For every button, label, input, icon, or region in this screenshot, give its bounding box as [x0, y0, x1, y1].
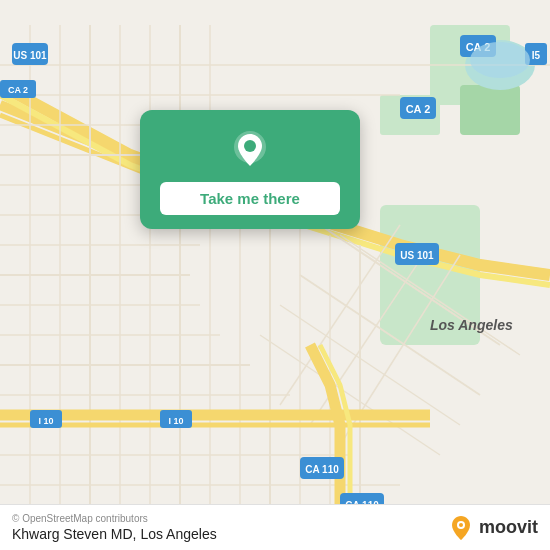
- moovit-text: moovit: [479, 517, 538, 538]
- moovit-logo-icon: [447, 514, 475, 542]
- svg-text:I5: I5: [532, 50, 541, 61]
- svg-text:Los Angeles: Los Angeles: [430, 317, 513, 333]
- svg-rect-2: [460, 85, 520, 135]
- location-pin-icon: [228, 128, 272, 172]
- svg-point-66: [470, 42, 530, 78]
- bottom-bar: © OpenStreetMap contributors Khwarg Stev…: [0, 504, 550, 550]
- popup-card: Take me there: [140, 110, 360, 229]
- map-container: CA 2 US 101 CA 2 US 101 I 10 I 10 CA 110…: [0, 0, 550, 550]
- svg-text:I 10: I 10: [168, 416, 183, 426]
- location-title: Khwarg Steven MD, Los Angeles: [12, 526, 217, 542]
- svg-text:CA 110: CA 110: [305, 464, 339, 475]
- take-me-there-button[interactable]: Take me there: [160, 182, 340, 215]
- bottom-left-info: © OpenStreetMap contributors Khwarg Stev…: [12, 513, 217, 542]
- svg-point-70: [459, 523, 463, 527]
- svg-text:CA 2: CA 2: [406, 103, 431, 115]
- moovit-logo: moovit: [447, 514, 538, 542]
- map-background: CA 2 US 101 CA 2 US 101 I 10 I 10 CA 110…: [0, 0, 550, 550]
- attribution-text: © OpenStreetMap contributors: [12, 513, 217, 524]
- svg-text:I 10: I 10: [38, 416, 53, 426]
- svg-text:US 101: US 101: [400, 250, 434, 261]
- svg-point-68: [244, 140, 256, 152]
- svg-text:CA 2: CA 2: [8, 85, 28, 95]
- svg-text:US 101: US 101: [13, 50, 47, 61]
